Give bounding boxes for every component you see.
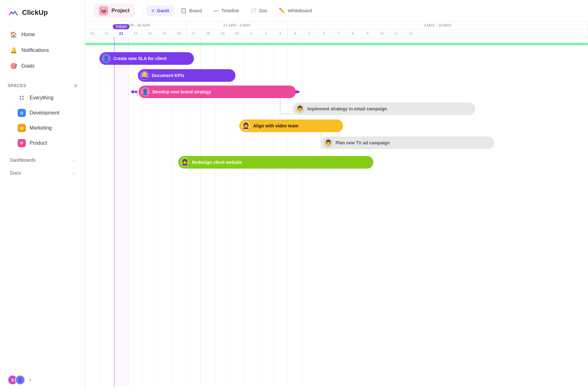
week-label-2: 27 APR - 3 MAY <box>186 21 287 30</box>
today-badge: TODAY <box>113 24 129 29</box>
svg-point-1 <box>22 96 24 98</box>
sidebar-item-everything[interactable]: Everything <box>10 91 75 105</box>
user-menu-chevron[interactable]: ∨ <box>29 378 32 382</box>
gantt-bar-sla[interactable]: 👤 Create new SLA for client <box>99 52 194 65</box>
day-4: 4 <box>288 30 302 37</box>
home-icon: 🏠 <box>10 31 17 38</box>
tv-bar-label: Plan new TV ad campaign <box>336 140 390 145</box>
tab-board[interactable]: 📋 Board <box>175 5 207 16</box>
sidebar-footer: S 👤 ∨ <box>0 370 85 390</box>
chevron-down-icon: ∨ <box>74 83 77 88</box>
week-label-1: 20 APR - 26 APR <box>85 21 186 30</box>
day-1: 1 <box>244 30 258 37</box>
day-10: 10 <box>375 30 389 37</box>
day-22: TODAY 22 <box>114 30 128 37</box>
gantt-body: 👤 Create new SLA for client 👱‍♀️ Documen… <box>85 38 588 387</box>
day-24: 24 <box>143 30 157 37</box>
gantt-bar-video[interactable]: 👩‍🦱 Align with video team <box>239 120 343 132</box>
goals-icon: 🎯 <box>10 63 17 70</box>
clickup-logo-icon <box>8 7 19 18</box>
progress-bar <box>85 43 588 45</box>
video-bar-label: Align with video team <box>253 123 298 128</box>
project-label: Project <box>111 8 130 14</box>
sidebar-item-docs[interactable]: Docs › <box>3 167 82 179</box>
main-content: 📦 Project ≡ Gantt 📋 Board — Timeline 📄 D… <box>85 0 588 390</box>
gantt-bar-website[interactable]: 👩‍🦱 Redesign client website <box>178 156 373 169</box>
sidebar-item-notifications[interactable]: 🔔 Notifications <box>3 43 82 58</box>
avatar-user2[interactable]: 👤 <box>15 375 25 385</box>
day-20: 20 <box>85 30 99 37</box>
dep-dot-left <box>131 90 134 93</box>
day-6: 6 <box>317 30 331 37</box>
bell-icon: 🔔 <box>10 47 17 54</box>
day-29: 29 <box>215 30 230 37</box>
sidebar-item-notifications-label: Notifications <box>21 47 49 53</box>
spaces-header[interactable]: Spaces ∨ <box>8 83 77 88</box>
product-badge: P <box>18 139 26 147</box>
avatar-stack: S 👤 <box>8 375 25 385</box>
day-labels-1: 20 21 TODAY 22 23 24 25 26 <box>85 30 186 37</box>
chevron-right-icon-docs: › <box>73 170 75 176</box>
tab-gantt[interactable]: ≡ Gantt <box>146 5 174 16</box>
kpi-avatar: 👱‍♀️ <box>140 71 149 80</box>
sidebar-item-everything-label: Everything <box>30 95 54 101</box>
board-icon: 📋 <box>180 8 187 14</box>
brand-bar-wrapper: ⋮ 👤 Develop new brand strategy <box>135 86 300 98</box>
week-group-3: 4 MAY - 10 MAY 4 5 6 7 8 9 10 11 12 <box>288 21 588 37</box>
gantt-bar-email[interactable]: 👨 Implement strategy in email campaign <box>293 103 475 115</box>
day-21: 21 <box>99 30 114 37</box>
gantt-chart-area: 20 APR - 26 APR 20 21 TODAY 22 23 24 25 … <box>85 21 588 390</box>
day-26: 26 <box>172 30 186 37</box>
gantt-bar-kpi[interactable]: 👱‍♀️ Document KPIs <box>138 69 235 82</box>
sidebar-item-goals[interactable]: 🎯 Goals <box>3 58 82 74</box>
sidebar-item-home[interactable]: 🏠 Home <box>3 27 82 42</box>
sidebar: ClickUp 🏠 Home 🔔 Notifications 🎯 Goals S… <box>0 0 85 390</box>
sidebar-item-home-label: Home <box>21 32 35 37</box>
tab-timeline[interactable]: — Timeline <box>208 5 244 16</box>
app-name: ClickUp <box>22 8 48 17</box>
doc-icon: 📄 <box>250 8 257 14</box>
day-23: 23 <box>128 30 143 37</box>
sidebar-item-development[interactable]: D Development <box>10 106 75 120</box>
sla-avatar: 👤 <box>101 54 111 63</box>
dep-dot-right <box>295 90 298 93</box>
spaces-section: Spaces ∨ Everything D Development M Mark… <box>0 77 85 153</box>
today-line <box>114 38 115 387</box>
project-icon: 📦 <box>99 6 108 15</box>
logo-area[interactable]: ClickUp <box>0 0 85 24</box>
day-11: 11 <box>389 30 404 37</box>
topbar: 📦 Project ≡ Gantt 📋 Board — Timeline 📄 D… <box>85 0 588 21</box>
gantt-bar-tv[interactable]: 👨 Plan new TV ad campaign <box>321 136 494 149</box>
topbar-divider <box>142 6 143 15</box>
gantt-icon: ≡ <box>151 8 154 14</box>
week-label-3: 4 MAY - 10 MAY <box>288 21 588 30</box>
email-bar-label: Implement strategy in email campaign <box>307 106 387 111</box>
sidebar-item-marketing-label: Marketing <box>30 125 52 131</box>
website-avatar: 👩‍🦱 <box>180 158 189 167</box>
everything-icon <box>18 94 26 102</box>
gantt-bar-brand[interactable]: 👤 Develop new brand strategy <box>139 86 296 98</box>
week-group-2: 27 APR - 3 MAY 27 28 29 30 1 2 3 <box>186 21 288 37</box>
video-avatar: 👩‍🦱 <box>241 121 251 131</box>
day-3: 3 <box>273 30 287 37</box>
sidebar-item-goals-label: Goals <box>21 63 35 69</box>
sidebar-item-product[interactable]: P Product <box>10 136 75 150</box>
brand-avatar: 👤 <box>140 87 150 97</box>
timeline-icon: — <box>213 7 219 14</box>
day-7: 7 <box>331 30 346 37</box>
day-5: 5 <box>302 30 317 37</box>
sidebar-item-marketing[interactable]: M Marketing <box>10 121 75 135</box>
website-bar-label: Redesign client website <box>192 160 242 165</box>
project-button[interactable]: 📦 Project <box>94 3 135 18</box>
tv-avatar: 👨 <box>324 138 333 148</box>
day-30: 30 <box>230 30 244 37</box>
tab-whiteboard[interactable]: ✏️ Whiteboard <box>274 5 317 16</box>
sidebar-item-dashboards[interactable]: Dashboards › <box>3 154 82 166</box>
day-27: 27 <box>186 30 201 37</box>
chevron-right-icon: › <box>73 158 75 163</box>
day-labels-2: 27 28 29 30 1 2 3 <box>186 30 287 37</box>
svg-point-0 <box>20 96 21 98</box>
svg-point-2 <box>20 98 21 100</box>
tab-doc[interactable]: 📄 Doc <box>245 5 273 16</box>
gantt-date-header: 20 APR - 26 APR 20 21 TODAY 22 23 24 25 … <box>85 21 588 38</box>
